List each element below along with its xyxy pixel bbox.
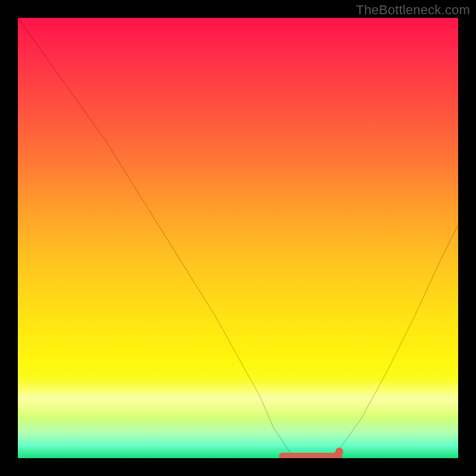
bottleneck-curve	[18, 18, 458, 458]
watermark-text: TheBottleneck.com	[356, 2, 470, 18]
chart-svg	[18, 18, 458, 458]
plot-area	[18, 18, 458, 458]
chart-frame: TheBottleneck.com	[0, 0, 476, 476]
dot-marker-icon	[336, 447, 343, 455]
